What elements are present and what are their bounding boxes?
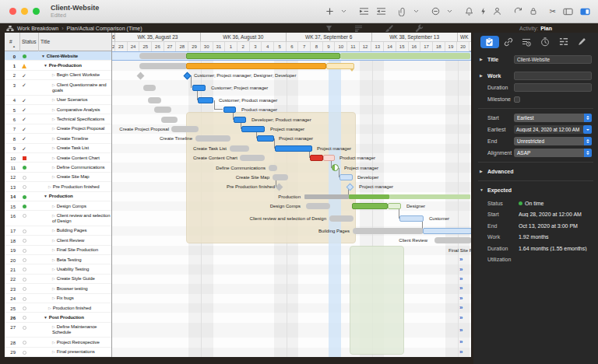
disclosure-icon[interactable]: ▶ (480, 57, 483, 61)
minimize-button[interactable] (21, 8, 28, 15)
plan-bar[interactable] (353, 228, 424, 234)
table-row[interactable]: 24▷Fix bugs (5, 294, 111, 303)
disclosure-triangle-icon[interactable]: ▷ (52, 296, 55, 300)
projected-group-bar[interactable] (389, 194, 470, 199)
milestone-checkbox[interactable] (514, 96, 520, 103)
projected-bar[interactable] (340, 53, 470, 59)
filter-icon[interactable] (325, 25, 332, 32)
end-dropdown[interactable]: Unrestricted (514, 137, 592, 145)
disclosure-triangle-icon[interactable]: ▷ (52, 286, 55, 291)
disclosure-triangle-icon[interactable]: ▷ (52, 174, 55, 179)
table-row[interactable]: 14▼Production (5, 192, 111, 201)
offscreen-task-indicator[interactable]: » (459, 296, 463, 302)
table-row[interactable]: 21▷Usability Testing (5, 264, 111, 274)
tools-icon[interactable] (415, 24, 424, 33)
actual-bar[interactable] (186, 53, 340, 59)
disclosure-triangle-icon[interactable]: ▷ (52, 72, 55, 77)
table-row[interactable]: 27▷Define Maintenance Schedule (5, 323, 111, 338)
disclosure-triangle-icon[interactable]: ▷ (52, 97, 55, 102)
remove-icon[interactable] (431, 7, 440, 16)
add-icon[interactable] (325, 7, 334, 16)
table-row[interactable]: 6✓▷Technical Specifications (5, 114, 111, 124)
table-row[interactable]: 10▷Create Content Chart (5, 153, 111, 163)
disclosure-triangle-icon[interactable]: ▷ (52, 238, 55, 243)
table-row[interactable]: 13▷Pre Production finished (5, 182, 111, 191)
title-input[interactable] (514, 55, 592, 64)
style-brush-icon[interactable] (385, 24, 393, 33)
duration-input[interactable] (514, 83, 592, 92)
table-row[interactable]: 7✓▷Create Project Proposal (5, 124, 111, 134)
scheduling-tab[interactable] (536, 36, 554, 48)
offscreen-task-indicator[interactable]: » (459, 315, 463, 321)
offscreen-task-indicator[interactable]: » (459, 339, 463, 345)
table-row[interactable]: 19▷Final Site Production (5, 246, 111, 255)
plan-bar[interactable] (306, 203, 330, 209)
disclosure-triangle-icon[interactable]: ▷ (52, 257, 55, 262)
scissors-icon[interactable]: ✂ (550, 8, 556, 16)
plan-bar[interactable] (143, 85, 156, 91)
disclosure-triangle-icon[interactable]: ▷ (52, 126, 55, 131)
column-header-title[interactable]: Title (40, 39, 50, 44)
notes-icon[interactable] (354, 25, 363, 32)
offscreen-task-indicator[interactable]: » (459, 257, 463, 263)
disclosure-triangle-icon[interactable]: ▷ (52, 156, 55, 160)
offscreen-task-indicator[interactable]: » (459, 267, 463, 273)
zoom-button[interactable] (33, 8, 40, 15)
disclosure-triangle-icon[interactable]: ▼ (41, 54, 45, 58)
offscreen-task-indicator[interactable]: » (459, 276, 463, 282)
disclosure-triangle-icon[interactable]: ▼ (44, 194, 47, 198)
chevron-down-icon[interactable] (447, 9, 452, 13)
table-row[interactable]: 5✓▷Comparative Analysis (5, 105, 111, 114)
disclosure-triangle-icon[interactable]: ▼ (44, 63, 47, 68)
disclosure-triangle-icon[interactable]: ▷ (52, 324, 55, 329)
disclosure-triangle-icon[interactable]: ▷ (52, 107, 55, 112)
table-row[interactable]: 4✓▷User Scenarios (5, 96, 111, 105)
disclosure-triangle-icon[interactable]: ▷ (52, 136, 55, 141)
disclosure-triangle-icon[interactable]: ▷ (52, 267, 55, 271)
sync-icon[interactable] (514, 7, 522, 16)
late-bar[interactable] (310, 155, 323, 161)
scheduled-bar[interactable] (423, 228, 471, 234)
offscreen-task-indicator[interactable]: » (459, 285, 463, 292)
actual-bar[interactable] (352, 203, 388, 209)
column-header-status[interactable]: Status (22, 39, 36, 44)
table-row[interactable]: 0▼Client-Website (5, 51, 111, 61)
offscreen-task-indicator[interactable]: » (459, 305, 463, 311)
advanced-section-label[interactable]: Advanced (480, 169, 514, 174)
assignments-tab[interactable] (517, 36, 536, 48)
plan-bar[interactable] (273, 174, 288, 180)
disclosure-triangle-icon[interactable]: ▷ (52, 228, 55, 233)
table-row[interactable]: 1▼Pre-Production (5, 61, 111, 70)
disclosure-triangle-icon[interactable]: ▷ (52, 82, 55, 87)
actual-bar[interactable] (198, 97, 213, 103)
disclosure-triangle-icon[interactable]: ▷ (52, 165, 55, 170)
layout-icon[interactable] (563, 8, 573, 16)
activity-value[interactable]: Plan (540, 26, 552, 31)
actual-bar[interactable] (257, 135, 274, 142)
scheduled-bar[interactable] (339, 174, 353, 180)
plan-bar[interactable] (139, 53, 188, 59)
warning-projection-bar[interactable] (326, 63, 354, 69)
late-projection-bar[interactable] (323, 155, 335, 161)
column-header-number[interactable]: # (9, 39, 12, 44)
breadcrumb-item-work-breakdown[interactable]: Work Breakdown (17, 26, 58, 31)
disclosure-icon[interactable]: ▶ (480, 73, 483, 78)
earliest-date-field[interactable]: August 24, 2020 at 12:00 AM (514, 125, 592, 134)
disclosure-triangle-icon[interactable]: ▷ (52, 117, 55, 121)
table-row[interactable]: 12▷Create Site Map (5, 173, 111, 182)
alignment-dropdown[interactable]: ASAP (514, 149, 592, 157)
indent-icon[interactable] (359, 7, 369, 16)
actual-bar[interactable] (275, 145, 312, 152)
disclosure-triangle-icon[interactable]: ▷ (52, 145, 55, 150)
disclosure-triangle-icon[interactable]: ▷ (52, 204, 55, 208)
plan-bar[interactable] (161, 117, 178, 123)
work-input[interactable] (514, 72, 592, 80)
table-row[interactable]: 17▷Building Pages (5, 226, 111, 236)
actual-bar[interactable] (241, 126, 265, 132)
actual-group-bar[interactable] (349, 194, 389, 199)
actual-bar[interactable] (223, 107, 236, 113)
plan-bar[interactable] (148, 97, 161, 103)
table-row[interactable]: 20▷Beta Testing (5, 255, 111, 264)
plan-bar[interactable] (269, 165, 277, 171)
expected-section-label[interactable]: Expected (480, 187, 514, 193)
